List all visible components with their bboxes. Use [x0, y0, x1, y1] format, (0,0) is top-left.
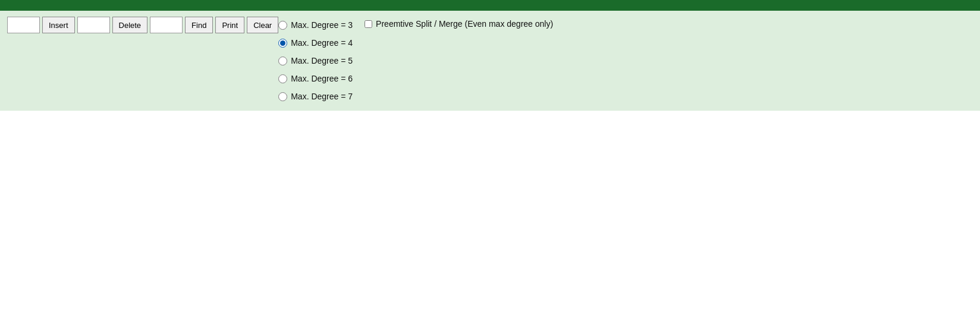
degree-4-label: Max. Degree = 4 — [291, 38, 353, 48]
preemptive-checkbox[interactable] — [365, 20, 372, 28]
degree-4-row: Max. Degree = 4 — [278, 35, 353, 51]
degree-5-radio[interactable] — [278, 57, 287, 65]
find-input[interactable] — [150, 17, 183, 33]
find-button[interactable]: Find — [185, 17, 213, 33]
toolbar: Insert Delete Find Print Clear Max. Degr… — [0, 11, 980, 111]
clear-button[interactable]: Clear — [247, 17, 278, 33]
toolbar-controls: Insert Delete Find Print Clear — [7, 17, 278, 33]
degree-4-radio[interactable] — [278, 39, 287, 48]
main-content — [0, 111, 980, 301]
degree-3-row: Max. Degree = 3 — [278, 17, 353, 33]
degree-6-label: Max. Degree = 6 — [291, 74, 353, 83]
delete-input[interactable] — [77, 17, 110, 33]
options-area: Max. Degree = 3 Max. Degree = 4 Max. Deg… — [278, 17, 553, 105]
degree-5-label: Max. Degree = 5 — [291, 56, 353, 65]
app-header — [0, 0, 980, 11]
degree-5-row: Max. Degree = 5 — [278, 52, 353, 69]
degree-3-radio[interactable] — [278, 21, 287, 30]
degree-radio-group: Max. Degree = 3 Max. Degree = 4 Max. Deg… — [278, 17, 353, 105]
delete-button[interactable]: Delete — [112, 17, 148, 33]
degree-3-label: Max. Degree = 3 — [291, 20, 353, 30]
degree-6-radio[interactable] — [278, 74, 287, 83]
insert-input[interactable] — [7, 17, 40, 33]
preemptive-label: Preemtive Split / Merge (Even max degree… — [376, 19, 553, 29]
print-button[interactable]: Print — [215, 17, 244, 33]
insert-button[interactable]: Insert — [42, 17, 75, 33]
degree-7-radio[interactable] — [278, 92, 287, 101]
degree-7-row: Max. Degree = 7 — [278, 88, 353, 105]
preemptive-row: Preemtive Split / Merge (Even max degree… — [365, 19, 553, 29]
degree-6-row: Max. Degree = 6 — [278, 70, 353, 87]
degree-7-label: Max. Degree = 7 — [291, 92, 353, 101]
